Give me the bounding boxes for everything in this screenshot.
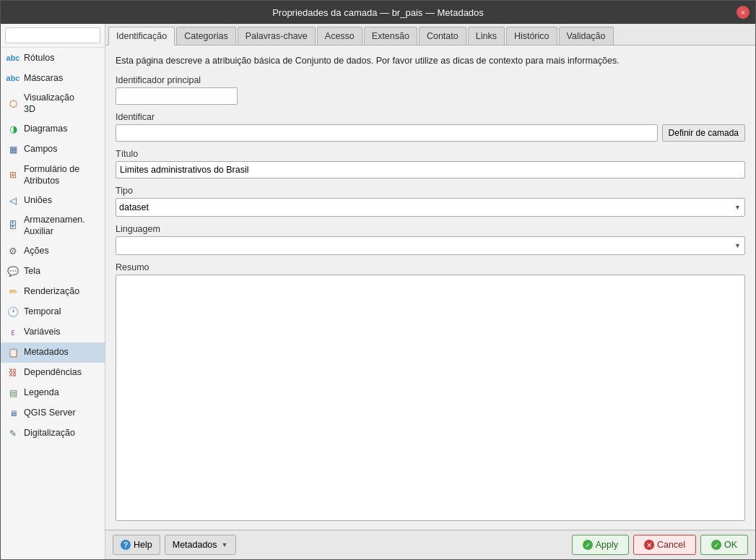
help-icon: ? <box>121 540 131 550</box>
legenda-icon: ▤ <box>6 387 19 400</box>
temporal-icon: 🕐 <box>6 306 19 319</box>
sidebar-label-campos: Campos <box>24 143 58 155</box>
search-box <box>1 24 105 48</box>
identificar-input[interactable] <box>116 124 658 142</box>
linguagem-select-wrapper <box>116 236 745 255</box>
diagramas-icon: ◑ <box>6 123 19 136</box>
sidebar-label-armazenamento: Armazenamen.Auxiliar <box>24 214 85 238</box>
metadados-button[interactable]: Metadados ▼ <box>165 535 236 555</box>
tab-identificacao[interactable]: Identificação <box>108 27 175 46</box>
sidebar-item-rotulos[interactable]: abc Rótulos <box>1 48 105 68</box>
title-bar: Propriedades da camada — br_pais — Metad… <box>1 1 755 24</box>
tab-validacao[interactable]: Validação <box>559 27 614 45</box>
sidebar-label-dependencias: Dependências <box>24 366 82 378</box>
sidebar-label-renderizacao: Renderização <box>24 285 79 297</box>
sidebar-item-acoes[interactable]: ⚙ Ações <box>1 241 105 262</box>
cancel-x-icon: ✕ <box>644 540 654 550</box>
close-button[interactable]: × <box>737 6 750 19</box>
sidebar-item-viz3d[interactable]: ⬡ Visualização3D <box>1 88 105 119</box>
sidebar-label-qgis-server: QGIS Server <box>24 407 76 418</box>
digitalizacao-icon: ✎ <box>6 427 19 440</box>
bottom-left: ? Help Metadados ▼ <box>113 535 236 555</box>
sidebar-label-viz3d: Visualização3D <box>24 92 74 116</box>
tipo-select-wrapper: dataset series service <box>116 198 745 217</box>
sidebar-label-variaveis: Variáveis <box>24 326 60 337</box>
main-window: Propriedades da camada — br_pais — Metad… <box>0 0 756 560</box>
sidebar-item-metadados[interactable]: 📋 Metadados <box>1 343 105 363</box>
sidebar-label-acoes: Ações <box>24 245 49 257</box>
ok-button[interactable]: ✓ OK <box>700 535 748 555</box>
sidebar-label-diagramas: Diagramas <box>24 123 67 134</box>
sidebar-item-campos[interactable]: ▦ Campos <box>1 139 105 160</box>
tipo-select[interactable]: dataset series service <box>116 198 745 217</box>
help-button[interactable]: ? Help <box>113 535 160 555</box>
identificador-principal-input[interactable] <box>116 87 238 105</box>
dependencias-icon: ⛓ <box>6 366 19 379</box>
tela-icon: 💬 <box>6 265 19 278</box>
cancel-button[interactable]: ✕ Cancel <box>633 535 696 555</box>
sidebar-item-tela[interactable]: 💬 Tela <box>1 262 105 282</box>
campos-icon: ▦ <box>6 143 19 156</box>
qgis-server-icon: 🖥 <box>6 407 19 420</box>
sidebar-item-dependencias[interactable]: ⛓ Dependências <box>1 363 105 383</box>
page-description: Esta página descreve a atribuição básica… <box>116 54 745 68</box>
identificador-principal-label: Identificador principal <box>116 75 745 85</box>
sidebar-item-diagramas[interactable]: ◑ Diagramas <box>1 119 105 139</box>
metadados-dropdown-arrow: ▼ <box>222 541 228 548</box>
tab-extensao[interactable]: Extensão <box>364 27 417 45</box>
tab-acesso[interactable]: Acesso <box>317 27 362 45</box>
sidebar: abc Rótulos abc Máscaras ⬡ Visualização3… <box>1 24 105 559</box>
tab-categorias[interactable]: Categorias <box>176 27 235 45</box>
apply-check-icon: ✓ <box>583 540 593 550</box>
acoes-icon: ⚙ <box>6 245 19 258</box>
sidebar-item-unioes[interactable]: ◁ Uniões <box>1 190 105 210</box>
tab-historico[interactable]: Histórico <box>506 27 557 45</box>
sidebar-item-mascaras[interactable]: abc Máscaras <box>1 68 105 88</box>
apply-button[interactable]: ✓ Apply <box>572 535 629 555</box>
main-area: abc Rótulos abc Máscaras ⬡ Visualização3… <box>1 24 755 559</box>
armazenamento-icon: 🗄 <box>6 219 19 232</box>
linguagem-section: Linguagem <box>116 223 745 255</box>
sidebar-label-formulario: Formulário deAtributos <box>24 163 79 187</box>
tipo-section: Tipo dataset series service <box>116 184 745 217</box>
sidebar-item-digitalizacao[interactable]: ✎ Digitalização <box>1 423 105 444</box>
titulo-input[interactable] <box>116 161 745 178</box>
identificador-principal-section: Identificador principal <box>116 74 745 105</box>
tab-links[interactable]: Links <box>468 27 505 45</box>
sidebar-item-legenda[interactable]: ▤ Legenda <box>1 383 105 403</box>
definir-de-camada-button[interactable]: Definir de camada <box>662 124 745 142</box>
bottom-right: ✓ Apply ✕ Cancel ✓ OK <box>572 535 748 555</box>
window-title: Propriedades da camada — br_pais — Metad… <box>272 7 484 18</box>
viz3d-icon: ⬡ <box>6 97 19 110</box>
tipo-label: Tipo <box>116 186 745 196</box>
identificar-row: Definir de camada <box>116 124 745 142</box>
sidebar-item-temporal[interactable]: 🕐 Temporal <box>1 302 105 322</box>
sidebar-item-renderizacao[interactable]: ✏ Renderização <box>1 282 105 302</box>
tab-palavras-chave[interactable]: Palavras-chave <box>238 27 316 45</box>
sidebar-label-tela: Tela <box>24 265 40 277</box>
sidebar-label-metadados: Metadados <box>24 346 69 358</box>
identificar-label: Identificar <box>116 112 745 122</box>
page-content: Esta página descreve a atribuição básica… <box>105 46 755 530</box>
linguagem-select[interactable] <box>116 236 745 255</box>
resumo-section: Resumo <box>116 261 745 521</box>
sidebar-item-formulario[interactable]: ⊞ Formulário deAtributos <box>1 160 105 191</box>
metadados-icon: 📋 <box>6 346 19 359</box>
resumo-textarea[interactable] <box>116 275 745 521</box>
linguagem-label: Linguagem <box>116 224 745 234</box>
titulo-section: Título <box>116 147 745 178</box>
unioes-icon: ◁ <box>6 194 19 207</box>
sidebar-label-rotulos: Rótulos <box>24 52 54 64</box>
content-area: Identificação Categorias Palavras-chave … <box>105 24 755 559</box>
sidebar-label-legenda: Legenda <box>24 387 59 398</box>
renderizacao-icon: ✏ <box>6 285 19 298</box>
sidebar-item-qgis-server[interactable]: 🖥 QGIS Server <box>1 403 105 423</box>
sidebar-item-variaveis[interactable]: ε Variáveis <box>1 322 105 343</box>
tab-contato[interactable]: Contato <box>419 27 466 45</box>
sidebar-label-digitalizacao: Digitalização <box>24 427 75 439</box>
abc-mask-icon: abc <box>6 72 19 85</box>
tabs-bar: Identificação Categorias Palavras-chave … <box>105 24 755 46</box>
search-input[interactable] <box>5 27 100 43</box>
sidebar-item-armazenamento[interactable]: 🗄 Armazenamen.Auxiliar <box>1 210 105 241</box>
identificar-section: Identificar Definir de camada <box>116 111 745 142</box>
